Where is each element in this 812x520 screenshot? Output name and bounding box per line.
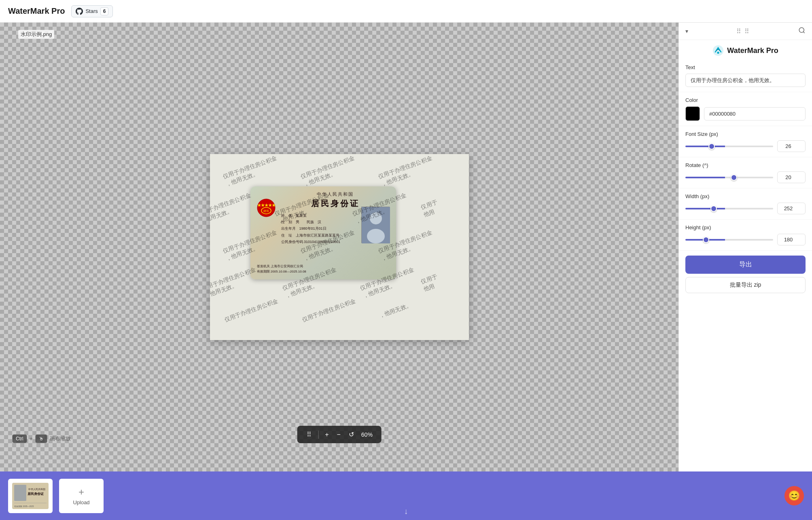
panel-search-icon[interactable] bbox=[798, 27, 806, 36]
height-slider[interactable] bbox=[685, 239, 773, 241]
width-value-input[interactable] bbox=[777, 203, 806, 214]
svg-text:居民身份证: 居民身份证 bbox=[27, 492, 44, 496]
app-title: WaterMark Pro bbox=[8, 6, 65, 16]
id-card: ★★★★★ 建筑 中华人民共和国 居民身份证 bbox=[250, 186, 396, 279]
rotate-value-input[interactable] bbox=[777, 171, 806, 183]
feedback-icon: 😊 bbox=[788, 490, 800, 501]
rotate-slider[interactable] bbox=[685, 177, 773, 178]
id-card-photo bbox=[361, 207, 390, 243]
mouse-key: 🖱 bbox=[35, 434, 47, 443]
header: WaterMark Pro Stars 6 bbox=[0, 0, 812, 23]
color-row bbox=[685, 106, 806, 121]
wm-text-14: 仅用于他用 bbox=[420, 273, 441, 293]
github-badge[interactable]: Stars 6 bbox=[71, 5, 113, 17]
watermark-container: 仅用于办理住房公积金，他用无效。 仅用于办理住房公积金，他用无效。 仅用于办理住… bbox=[210, 154, 469, 340]
height-slider-row bbox=[685, 234, 806, 245]
panel-drag-handle[interactable]: ⠿ ⠿ bbox=[736, 27, 750, 35]
svg-text:中华人民共和国: 中华人民共和国 bbox=[28, 488, 45, 490]
panel-header-left: ▾ bbox=[685, 28, 688, 34]
id-card-emblem: ★★★★★ 建筑 bbox=[256, 198, 276, 218]
wm-text-2: 仅用于办理住房公积金，他用无效。 bbox=[299, 154, 358, 188]
panel-logo-area: WaterMark Pro bbox=[679, 40, 812, 59]
svg-text:★★★★★: ★★★★★ bbox=[257, 203, 276, 207]
text-section-label: Text bbox=[685, 64, 806, 70]
width-label: Width (px) bbox=[685, 193, 806, 199]
thumb-inner: 中华人民共和国 居民身份证 有效期限 2005—2025 bbox=[12, 483, 49, 509]
toolbar-zoom-out-btn[interactable]: − bbox=[333, 429, 343, 440]
wm-text-16: 仅用于办理住房公积金 bbox=[301, 297, 356, 324]
height-value-input[interactable] bbox=[777, 234, 806, 245]
export-section: 导出 批量导出 zip bbox=[679, 251, 812, 298]
id-card-inner: ★★★★★ 建筑 中华人民共和国 居民身份证 bbox=[250, 186, 396, 279]
main-layout: 水印示例.png 仅用于办理住房公积金，他用无效。 仅用于办理住房公积金，他用无… bbox=[0, 23, 812, 471]
ctrl-key: Ctrl bbox=[12, 434, 27, 443]
upload-plus-icon: + bbox=[78, 486, 84, 498]
rotate-section: Rotate (^) bbox=[679, 157, 812, 188]
image-thumbnail[interactable]: 中华人民共和国 居民身份证 有效期限 2005—2025 bbox=[8, 479, 53, 513]
plus-symbol: + bbox=[30, 435, 33, 442]
export-zip-button[interactable]: 批量导出 zip bbox=[685, 277, 806, 293]
font-size-value-input[interactable] bbox=[777, 140, 806, 152]
bottom-panel: 中华人民共和国 居民身份证 有效期限 2005—2025 + Upload ↓ … bbox=[0, 471, 812, 520]
wm-text-4: 仅用于办理住房公积金，他用无效。 bbox=[210, 191, 254, 226]
toolbar-zoom-in-btn[interactable]: + bbox=[322, 429, 332, 440]
canvas-toolbar: ⠿ + − ↺ 60% bbox=[297, 426, 382, 443]
toolbar-reset-btn[interactable]: ↺ bbox=[346, 429, 357, 440]
color-section: Color bbox=[679, 92, 812, 126]
upload-button[interactable]: + Upload bbox=[59, 479, 104, 513]
font-size-slider[interactable] bbox=[685, 146, 773, 147]
id-address-row: 住 址 上海市徐汇区某某路某某号 bbox=[281, 232, 362, 239]
toolbar-drag-btn[interactable]: ⠿ bbox=[303, 429, 315, 440]
wm-text-1: 仅用于办理住房公积金，他用无效。 bbox=[222, 154, 280, 188]
export-button[interactable]: 导出 bbox=[685, 256, 806, 274]
right-panel: ▾ ⠿ ⠿ WaterMark Pro Text bbox=[678, 23, 812, 471]
color-section-label: Color bbox=[685, 97, 806, 103]
font-size-label: Font Size (px) bbox=[685, 131, 806, 137]
color-swatch[interactable] bbox=[685, 106, 700, 121]
width-slider-row bbox=[685, 203, 806, 214]
svg-point-7 bbox=[799, 27, 804, 32]
canvas-area[interactable]: 水印示例.png 仅用于办理住房公积金，他用无效。 仅用于办理住房公积金，他用无… bbox=[0, 23, 678, 471]
toolbar-divider-1 bbox=[318, 431, 318, 439]
wm-text-3: 仅用于办理住房公积金，他用无效。 bbox=[377, 154, 436, 188]
width-section: Width (px) bbox=[679, 188, 812, 220]
keyboard-hint: Ctrl + 🖱 画布缩放 bbox=[12, 434, 71, 443]
panel-logo-text: WaterMark Pro bbox=[727, 47, 778, 55]
wm-text-17: ，他用无效。 bbox=[378, 301, 413, 320]
font-size-section: Font Size (px) bbox=[679, 126, 812, 157]
svg-point-5 bbox=[370, 212, 382, 224]
svg-point-6 bbox=[367, 229, 385, 243]
canvas-content: 仅用于办理住房公积金，他用无效。 仅用于办理住房公积金，他用无效。 仅用于办理住… bbox=[210, 154, 469, 340]
stars-count: 6 bbox=[100, 7, 109, 15]
stars-label: Stars bbox=[85, 8, 98, 14]
wm-text-15: 仅用于办理住房公积金 bbox=[223, 297, 279, 324]
font-size-slider-row bbox=[685, 140, 806, 152]
text-section: Text bbox=[679, 59, 812, 92]
id-issuer: 签发机关 上海市公安局徐汇分局 bbox=[257, 264, 306, 269]
github-icon bbox=[76, 8, 83, 15]
toolbar-zoom-value: 60% bbox=[359, 431, 375, 438]
feedback-button[interactable]: 😊 bbox=[784, 486, 804, 505]
panel-logo-icon bbox=[712, 45, 724, 56]
upload-label: Upload bbox=[73, 499, 89, 505]
svg-rect-11 bbox=[14, 485, 26, 501]
svg-text:有效期限 2005—2025: 有效期限 2005—2025 bbox=[14, 505, 34, 507]
color-hex-input[interactable] bbox=[704, 107, 806, 120]
svg-point-9 bbox=[717, 52, 719, 54]
height-label: Height (px) bbox=[685, 224, 806, 230]
bottom-arrow: ↓ bbox=[404, 507, 408, 516]
id-validity: 有效期限 2005.10.08—2025.10.08 bbox=[257, 269, 306, 275]
svg-text:建筑: 建筑 bbox=[263, 209, 269, 212]
wm-text-7: 仅用于他用 bbox=[420, 198, 441, 219]
rotate-slider-row bbox=[685, 171, 806, 183]
watermark-text-input[interactable] bbox=[685, 74, 806, 87]
rotate-label: Rotate (^) bbox=[685, 162, 806, 168]
width-slider[interactable] bbox=[685, 208, 773, 209]
height-section: Height (px) bbox=[679, 220, 812, 251]
image-filename: 水印示例.png bbox=[18, 30, 54, 39]
panel-header: ▾ ⠿ ⠿ bbox=[679, 23, 812, 40]
id-card-country: 中华人民共和国 bbox=[281, 191, 390, 197]
id-card-footer: 签发机关 上海市公安局徐汇分局 有效期限 2005.10.08—2025.10.… bbox=[257, 264, 306, 275]
panel-chevron-icon[interactable]: ▾ bbox=[685, 28, 688, 34]
hint-text: 画布缩放 bbox=[50, 435, 71, 442]
